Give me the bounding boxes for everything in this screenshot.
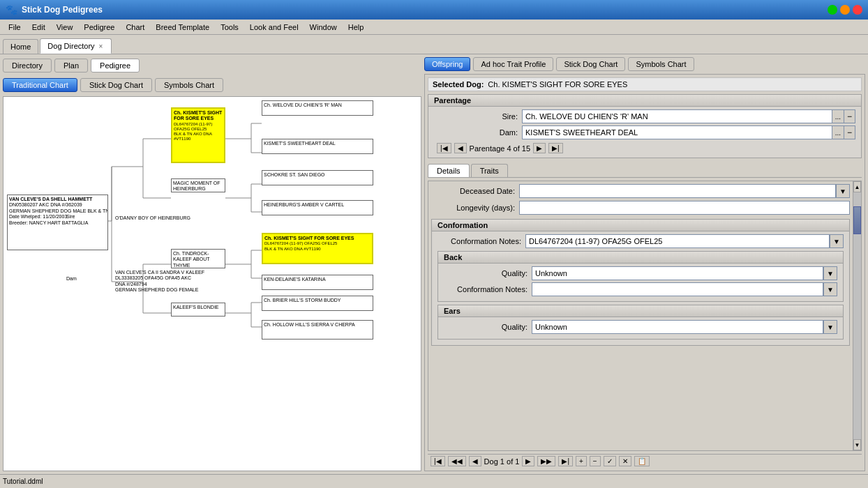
- right-tabs: Offspring Ad hoc Trait Profile Stick Dog…: [424, 57, 865, 71]
- longevity-input[interactable]: [519, 201, 850, 215]
- tab-dog-directory[interactable]: Dog Directory ×: [40, 38, 112, 54]
- gen3-4[interactable]: Ch. KISMET'S SIGHT FOR SORE EYES DL64767…: [262, 233, 373, 264]
- menu-tools[interactable]: Tools: [215, 22, 244, 33]
- menu-breed-template[interactable]: Breed Template: [150, 22, 215, 33]
- dog-info-button[interactable]: 📋: [634, 456, 650, 466]
- parentage-prev-button[interactable]: ◀: [454, 143, 467, 153]
- ears-quality-dropdown[interactable]: ▼: [823, 320, 837, 334]
- gen3-5[interactable]: KEN-DELAINE'S KATARINA: [262, 275, 373, 290]
- conformation-notes-dropdown[interactable]: ▼: [830, 234, 844, 248]
- selected-dog-label: Selected Dog:: [433, 80, 484, 89]
- dog-prev-button[interactable]: ◀: [469, 456, 481, 466]
- dog-last-button[interactable]: ▶|: [558, 456, 573, 466]
- gen3-0[interactable]: Ch. WELOVE DU CHIEN'S 'R' MAN: [262, 100, 373, 116]
- dog-prev-prev-button[interactable]: ◀◀: [448, 456, 466, 466]
- chart-tab-symbols[interactable]: Symbols Chart: [155, 78, 223, 92]
- gen2-sire-sire[interactable]: Ch. KISMET'S SIGHT FOR SORE EYES DL64767…: [171, 107, 225, 163]
- dog-edit-button[interactable]: −: [590, 456, 601, 466]
- tab-pedigree[interactable]: Pedigree: [91, 59, 140, 73]
- gen3-1[interactable]: KISMET'S SWEETHEART DEAL: [262, 139, 373, 154]
- status-text: Tutorial.ddml: [3, 478, 43, 485]
- scroll-up-button[interactable]: ▲: [853, 181, 861, 192]
- menu-pedigree[interactable]: Pedigree: [78, 22, 120, 33]
- right-tab-adhoc[interactable]: Ad hoc Trait Profile: [473, 57, 553, 71]
- detail-tab-details[interactable]: Details: [428, 164, 470, 177]
- deceased-dropdown-button[interactable]: ▼: [836, 184, 850, 198]
- conformation-notes-input[interactable]: [525, 234, 830, 248]
- maximize-button[interactable]: [840, 5, 850, 15]
- parentage-content: Sire: ... − Dam: ... −: [428, 107, 861, 158]
- dog-check-button[interactable]: ✓: [604, 456, 616, 466]
- gen3-2[interactable]: SCHOKRE ST. SAN DIEGO: [262, 170, 373, 185]
- back-quality-dropdown[interactable]: ▼: [823, 266, 837, 280]
- deceased-row: Deceased Date: ▼: [431, 184, 850, 198]
- parentage-nav: |◀ ◀ Parentage 4 of 15 ▶ ▶|: [434, 142, 855, 155]
- dog-next-next-button[interactable]: ▶▶: [537, 456, 555, 466]
- tab-directory[interactable]: Directory: [3, 59, 52, 73]
- minimize-button[interactable]: [828, 5, 837, 15]
- dam-minus-button[interactable]: −: [844, 125, 855, 139]
- deceased-input[interactable]: [519, 184, 836, 198]
- parentage-section: Parentage Sire: ... − Dam:: [428, 94, 862, 158]
- gen2-sire-dam[interactable]: MAGIC MOMENT OF HEINERBURG: [171, 178, 225, 192]
- right-tab-stick-dog[interactable]: Stick Dog Chart: [556, 57, 625, 71]
- parentage-last-button[interactable]: ▶|: [548, 143, 563, 153]
- sire-input[interactable]: [522, 109, 832, 123]
- right-tab-offspring[interactable]: Offspring: [424, 57, 470, 71]
- ears-section: Ears Quality: ▼: [437, 305, 844, 340]
- scrollbar-track: [853, 192, 861, 439]
- dam-dots-button[interactable]: ...: [832, 125, 844, 139]
- deceased-label: Deceased Date:: [431, 187, 515, 195]
- sire-dots-button[interactable]: ...: [832, 109, 844, 123]
- gen3-7[interactable]: Ch. HOLLOW HILL'S SIERRA V CHERPA: [262, 320, 373, 340]
- tab-bar: Home Dog Directory ×: [0, 35, 868, 54]
- menu-window[interactable]: Window: [304, 22, 343, 33]
- dam-input-group: ... −: [522, 125, 855, 139]
- chart-tab-stick-dog[interactable]: Stick Dog Chart: [80, 78, 152, 92]
- gen2-dam-sire[interactable]: Ch. TINDROCK-KALEEF ABOUT THYME: [171, 249, 225, 268]
- conformation-notes-label: Conformation Notes:: [437, 237, 521, 245]
- dam-row: Dam: ... −: [434, 125, 855, 139]
- ears-quality-input[interactable]: [532, 320, 823, 334]
- title-bar: 🐾 Stick Dog Pedigrees: [0, 0, 868, 20]
- menu-edit[interactable]: Edit: [27, 22, 51, 33]
- menu-bar: File Edit View Pedigree Chart Breed Temp…: [0, 20, 868, 35]
- pedigree-chart: VAN CLEVE'S DA SHELL HAMMETT DN05380207 …: [3, 97, 421, 471]
- status-bar: Tutorial.ddml: [0, 474, 868, 488]
- dog-first-button[interactable]: |◀: [431, 456, 445, 466]
- ears-quality-group: ▼: [532, 320, 837, 334]
- gen3-6[interactable]: Ch. BRIER HILL'S STORM BUDDY: [262, 296, 373, 311]
- menu-view[interactable]: View: [51, 22, 79, 33]
- back-notes-dropdown[interactable]: ▼: [823, 282, 837, 296]
- back-notes-input[interactable]: [532, 282, 823, 296]
- gen3-3[interactable]: HEINERBURG'S AMBER V CARTEL: [262, 200, 373, 215]
- pedigree-root-dog[interactable]: VAN CLEVE'S DA SHELL HAMMETT DN05380207 …: [7, 195, 108, 250]
- close-button[interactable]: [853, 5, 862, 15]
- chart-tab-traditional[interactable]: Traditional Chart: [3, 78, 77, 92]
- back-notes-group: ▼: [532, 282, 837, 296]
- back-quality-group: ▼: [532, 266, 837, 280]
- tab-plan[interactable]: Plan: [54, 59, 88, 73]
- right-tab-symbols[interactable]: Symbols Chart: [628, 57, 694, 71]
- menu-file[interactable]: File: [3, 22, 27, 33]
- dam-info-area: VAN CLEVE'S CA II SANDRA V KALEEF DL3338…: [115, 270, 204, 293]
- menu-chart[interactable]: Chart: [120, 22, 150, 33]
- dam-input[interactable]: [522, 125, 832, 139]
- sire-input-group: ... −: [522, 109, 855, 123]
- dog-add-button[interactable]: +: [576, 456, 587, 466]
- menu-help[interactable]: Help: [343, 22, 370, 33]
- gen2-dam-dam[interactable]: KALEEF'S BLONDIE: [171, 303, 225, 317]
- scrollbar-thumb[interactable]: [853, 206, 861, 234]
- back-quality-input[interactable]: [532, 266, 823, 280]
- parentage-next-button[interactable]: ▶: [533, 143, 546, 153]
- dog-delete-button[interactable]: ✕: [619, 456, 631, 466]
- tab-close-button[interactable]: ×: [98, 43, 105, 50]
- parentage-first-button[interactable]: |◀: [437, 143, 451, 153]
- menu-look-feel[interactable]: Look and Feel: [244, 22, 304, 33]
- sire-minus-button[interactable]: −: [844, 109, 855, 123]
- scroll-down-button[interactable]: ▼: [853, 439, 861, 450]
- detail-tab-traits[interactable]: Traits: [471, 164, 508, 177]
- dog-next-button[interactable]: ▶: [522, 456, 534, 466]
- ears-quality-row: Quality: ▼: [444, 320, 837, 334]
- tab-home[interactable]: Home: [3, 39, 38, 54]
